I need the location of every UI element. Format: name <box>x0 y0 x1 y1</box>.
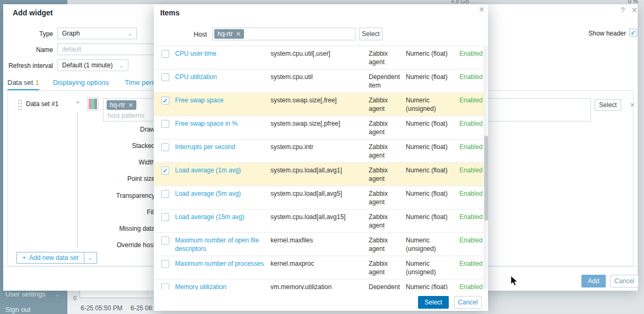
graph-gridline <box>147 291 147 298</box>
item-type: Zabbix agent <box>369 143 403 160</box>
host-input[interactable]: hq-rtr ✕ <box>212 28 355 40</box>
dialog-title: Add widget <box>13 8 53 17</box>
option-label-fill: Fill <box>12 208 155 216</box>
chevron-down-icon: ⌄ <box>88 255 92 261</box>
data-set-title: Data set #1 <box>26 100 58 108</box>
tab-displaying-options[interactable]: Displaying options <box>53 78 111 91</box>
graph-x-tick-1: 6-25 05:50 PM <box>81 304 123 312</box>
item-type: Zabbix agent <box>369 96 403 113</box>
remove-tag-icon[interactable]: ✕ <box>128 102 133 109</box>
item-key: system.cpu.load[all,avg1] <box>271 166 367 175</box>
item-name-link[interactable]: Load average (5m avg) <box>175 189 266 198</box>
item-checkbox[interactable] <box>161 213 169 221</box>
close-icon[interactable]: ✕ <box>478 6 485 13</box>
item-checkbox[interactable] <box>161 237 169 245</box>
modal-scrollbar[interactable] <box>484 46 488 311</box>
scrollbar-thumb[interactable] <box>484 136 488 221</box>
remove-data-set-icon[interactable]: ✕ <box>630 101 635 109</box>
item-status-badge: Enabled <box>440 143 483 151</box>
host-pattern-tag: hq-rtr ✕ <box>107 100 136 110</box>
item-key: system.cpu.intr <box>271 143 367 151</box>
item-status-badge: Enabled <box>440 49 483 58</box>
sidebar-item-user-settings[interactable]: User settings ⌄ <box>5 290 60 298</box>
item-row[interactable]: ✓ Load average (1m avg) system.cpu.load[… <box>154 163 484 186</box>
item-key: kernel.maxfiles <box>271 236 367 245</box>
item-row[interactable]: Load average (15m avg) system.cpu.load[a… <box>154 210 484 233</box>
item-checkbox[interactable] <box>161 120 169 128</box>
add-new-data-set-button: + Add new data set ⌄ <box>16 252 97 264</box>
item-name-link[interactable]: CPU utilization <box>175 73 266 81</box>
item-key: system.swap.size[,pfree] <box>271 119 367 128</box>
item-checkbox[interactable] <box>161 73 169 81</box>
add-button[interactable]: Add <box>581 275 606 287</box>
option-label-point-size: Point size <box>12 175 155 182</box>
item-key: system.cpu.util <box>271 73 367 81</box>
check-icon: ✓ <box>162 98 168 104</box>
show-header-checkbox[interactable]: ✓ <box>629 29 637 37</box>
check-icon: ✓ <box>162 168 168 174</box>
item-name-link[interactable]: Interrupts per second <box>175 143 266 151</box>
plus-icon: + <box>22 254 26 261</box>
item-type: Zabbix agent <box>369 189 403 206</box>
item-checkbox[interactable]: ✓ <box>161 97 169 104</box>
item-status-badge: Enabled <box>440 189 483 198</box>
item-row[interactable]: CPU utilization system.cpu.util Dependen… <box>154 69 484 93</box>
palette-stripes <box>89 99 97 109</box>
mouse-cursor <box>510 275 519 287</box>
percent-fragment: 0 % <box>628 0 638 4</box>
page-root: { "colors": { "link_blue": "#29a0d8", "e… <box>0 0 644 314</box>
help-icon[interactable]: ? <box>621 6 625 14</box>
item-row[interactable]: Maximum number of open file descriptors … <box>154 233 484 256</box>
item-name-link[interactable]: Free swap space in % <box>175 119 266 128</box>
item-name-link[interactable]: Maximum number of processes <box>175 259 266 268</box>
item-name-link[interactable]: Load average (1m avg) <box>175 166 266 175</box>
item-checkbox[interactable] <box>161 143 169 151</box>
memory-usage-fragment: 4.8 GB <box>451 0 469 4</box>
add-new-data-set-caret[interactable]: ⌄ <box>84 252 97 264</box>
item-checkbox[interactable] <box>161 260 169 268</box>
item-key: system.swap.size[,free] <box>271 96 367 104</box>
option-label-draw: Draw <box>12 126 155 133</box>
item-row[interactable]: Interrupts per second system.cpu.intr Za… <box>154 139 484 163</box>
item-row[interactable]: CPU user time system.cpu.util[,user] Zab… <box>154 46 484 69</box>
item-key: system.cpu.util[,user] <box>271 49 367 58</box>
close-icon[interactable]: ✕ <box>631 6 638 14</box>
remove-tag-icon[interactable]: ✕ <box>236 31 241 38</box>
chevron-down-icon: ⌄ <box>119 63 124 68</box>
item-name-link[interactable]: Free swap space <box>175 96 266 104</box>
item-type: Zabbix agent <box>369 49 403 66</box>
item-name-link[interactable]: Load average (15m avg) <box>175 213 266 221</box>
item-key: system.cpu.load[all,avg5] <box>271 189 367 198</box>
item-row[interactable]: Maximum number of processes kernel.maxpr… <box>154 256 484 280</box>
color-palette-swatch[interactable] <box>87 97 99 111</box>
collapse-icon[interactable]: ⌃ <box>75 100 81 108</box>
item-row[interactable]: Load average (5m avg) system.cpu.load[al… <box>154 186 484 210</box>
item-checkbox[interactable] <box>161 190 169 198</box>
refresh-interval-select[interactable]: Default (1 minute) ⌄ <box>57 59 128 71</box>
chevron-down-icon: ⌄ <box>128 31 132 37</box>
item-name-link[interactable]: Maximum number of open file descriptors <box>175 236 266 253</box>
host-patterns-select-button[interactable]: Select <box>595 99 621 111</box>
item-row[interactable]: Free swap space in % system.swap.size[,p… <box>154 116 484 139</box>
item-row[interactable]: ✓ Free swap space system.swap.size[,free… <box>154 93 484 116</box>
host-select-button[interactable]: Select <box>359 28 382 40</box>
modal-cancel-button[interactable]: Cancel <box>454 296 482 309</box>
sidebar-item-sign-out[interactable]: Sign out <box>5 306 31 313</box>
cancel-button[interactable]: Cancel <box>610 275 639 287</box>
chevron-down-icon: ⌄ <box>55 291 60 298</box>
item-status-badge: Enabled <box>440 259 483 268</box>
tab-data-set[interactable]: Data set1 <box>7 78 39 91</box>
item-name-link[interactable]: CPU user time <box>175 49 266 58</box>
modal-select-button[interactable]: Select <box>418 296 449 309</box>
item-status-badge: Enabled <box>440 119 483 128</box>
modal-footer: Select Cancel <box>154 290 488 311</box>
option-label-stacked: Stacked <box>12 142 155 150</box>
name-label: Name <box>3 46 53 54</box>
type-select[interactable]: Graph ⌄ <box>57 28 137 39</box>
item-key: kernel.maxproc <box>271 259 367 268</box>
drag-handle-icon[interactable] <box>18 99 22 111</box>
item-checkbox[interactable]: ✓ <box>161 167 169 175</box>
add-new-data-set-main[interactable]: + Add new data set <box>16 252 84 264</box>
item-checkbox[interactable] <box>161 50 169 58</box>
host-label: Host <box>175 31 207 38</box>
